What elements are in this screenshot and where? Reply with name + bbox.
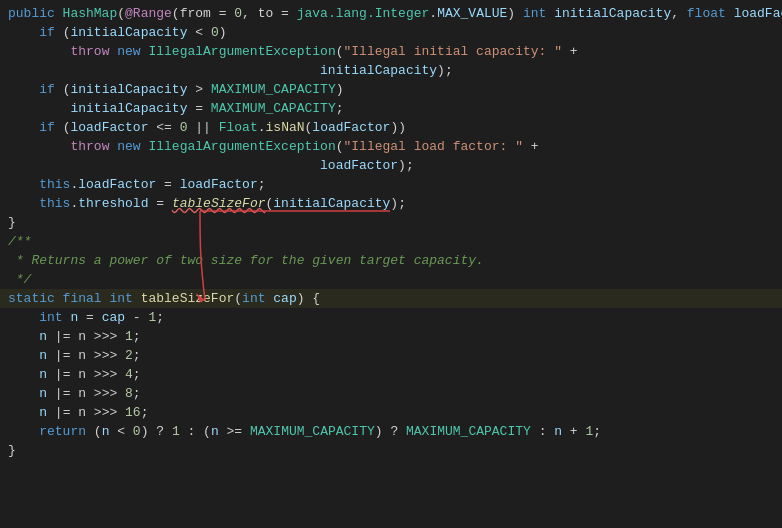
comment-close: */: [8, 270, 31, 289]
kw-static: static: [8, 289, 63, 308]
ret-op2: >=: [219, 422, 250, 441]
class-hashmap: HashMap: [63, 4, 118, 23]
class-float: Float: [219, 118, 258, 137]
assign2: =: [156, 175, 179, 194]
var-lf: loadFactor: [70, 118, 148, 137]
var-cap: cap: [102, 308, 125, 327]
num-1: 1: [148, 308, 156, 327]
op-or3: |= n >>>: [47, 365, 125, 384]
indent2: [8, 23, 39, 42]
var-n8: n: [211, 422, 219, 441]
code-line: * Returns a power of two size for the gi…: [0, 251, 782, 270]
param-load-factor: loadFactor: [734, 4, 782, 23]
semi4: ;: [133, 327, 141, 346]
minus: -: [125, 308, 148, 327]
dot2: .: [70, 175, 78, 194]
code-line-highlighted: static final int tableSizeFor(int cap) {: [0, 289, 782, 308]
str-illegal-lf: "Illegal load factor: ": [344, 137, 523, 156]
param-lf-val: loadFactor: [180, 175, 258, 194]
code-line: loadFactor);: [0, 156, 782, 175]
comment-open: /**: [8, 232, 31, 251]
num-1d: 1: [585, 422, 593, 441]
indent2h: [8, 403, 39, 422]
op-or1: |= n >>>: [47, 327, 125, 346]
kw-if2: if: [39, 80, 62, 99]
var-n7: n: [102, 422, 110, 441]
assign: =: [187, 99, 210, 118]
tsf-param-close: ) {: [297, 289, 320, 308]
annot-args: (from =: [172, 4, 234, 23]
paren-open: (: [117, 4, 125, 23]
ret-semi: ;: [593, 422, 601, 441]
kw-throw2: throw: [70, 137, 117, 156]
semi: ;: [336, 99, 344, 118]
var-init-cap2: initialCapacity: [320, 61, 437, 80]
comment-body: * Returns a power of two size for the gi…: [8, 251, 484, 270]
code-line: if (initialCapacity < 0): [0, 23, 782, 42]
kw-int: int: [523, 4, 554, 23]
var-init-cap3: initialCapacity: [70, 80, 187, 99]
annot-type: java.lang.Integer: [297, 4, 430, 23]
var-n9: n: [554, 422, 562, 441]
var-lf3: loadFactor: [320, 156, 398, 175]
code-line: throw new IllegalArgumentException("Ille…: [0, 42, 782, 61]
param-cap: cap: [273, 289, 296, 308]
var-n5: n: [39, 384, 47, 403]
code-line: int n = cap - 1;: [0, 308, 782, 327]
var-init-cap5: initialCapacity: [273, 194, 390, 213]
semi3: ;: [156, 308, 164, 327]
indent2e: [8, 346, 39, 365]
code-line: n |= n >>> 1;: [0, 327, 782, 346]
annot-comma: , to =: [242, 4, 297, 23]
comma-space: ,: [671, 4, 687, 23]
annot-max: .: [429, 4, 437, 23]
indent2c: [8, 308, 39, 327]
kw-if3: if: [39, 118, 62, 137]
ret-colon: : (: [180, 422, 211, 441]
cond3-open: (: [63, 118, 71, 137]
var-init-cap4: initialCapacity: [70, 99, 187, 118]
kw-int4: int: [39, 308, 70, 327]
code-line: }: [0, 213, 782, 232]
num-16: 16: [125, 403, 141, 422]
class-illegal-arg: IllegalArgumentException: [148, 42, 335, 61]
dot3: .: [70, 194, 78, 213]
ret-tern: ) ?: [375, 422, 406, 441]
op2: >: [187, 80, 210, 99]
assign4: =: [78, 308, 101, 327]
indent2d: [8, 327, 39, 346]
const-max-cap4: MAXIMUM_CAPACITY: [406, 422, 531, 441]
code-line: throw new IllegalArgumentException("Ille…: [0, 137, 782, 156]
const-max-cap: MAXIMUM_CAPACITY: [211, 80, 336, 99]
indent2: [8, 80, 39, 99]
code-line: n |= n >>> 4;: [0, 365, 782, 384]
arg-open: (: [336, 42, 344, 61]
ret-else: :: [531, 422, 554, 441]
annot-close: ): [507, 4, 523, 23]
op-or2: |= n >>>: [47, 346, 125, 365]
indent2f: [8, 365, 39, 384]
annot-from-val: 0: [234, 4, 242, 23]
arg2-close: );: [398, 156, 414, 175]
indent2g: [8, 384, 39, 403]
concat2: +: [523, 137, 539, 156]
num-2: 2: [125, 346, 133, 365]
indent2: [8, 118, 39, 137]
ret-op1: <: [109, 422, 132, 441]
const-max-cap3: MAXIMUM_CAPACITY: [250, 422, 375, 441]
num-0c: 0: [133, 422, 141, 441]
kw-new2: new: [117, 137, 148, 156]
indent3: [8, 137, 70, 156]
ret-open: (: [94, 422, 102, 441]
num-1c: 1: [172, 422, 180, 441]
code-line: }: [0, 441, 782, 460]
concat: +: [562, 42, 578, 61]
var-n2: n: [39, 327, 47, 346]
code-line: if (loadFactor <= 0 || Float.isNaN(loadF…: [0, 118, 782, 137]
num-1b: 1: [125, 327, 133, 346]
code-line: this.threshold = tableSizeFor(initialCap…: [0, 194, 782, 213]
code-line: /**: [0, 232, 782, 251]
code-line: n |= n >>> 8;: [0, 384, 782, 403]
var-init-cap: initialCapacity: [70, 23, 187, 42]
indent2i: [8, 422, 39, 441]
